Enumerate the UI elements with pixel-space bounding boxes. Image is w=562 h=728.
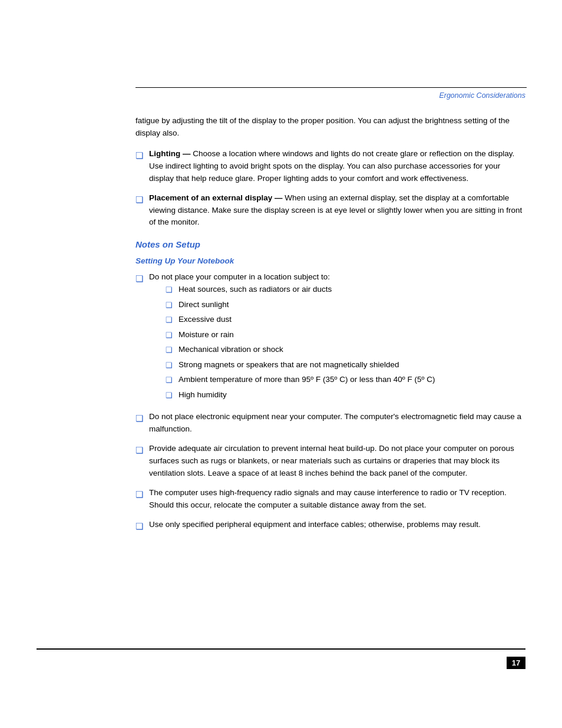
bullet-icon: ❏ [166,314,173,326]
bullet-icon: ❏ [135,272,143,285]
list-item: ❏ Do not place electronic equipment near… [135,411,525,436]
nested-list: ❏ Heat sources, such as radiators or air… [166,284,525,401]
list-item: ❏ Mechanical vibration or shock [166,344,525,356]
nested-item-text: High humidity [178,389,227,401]
setting-up-notebook-subheading: Setting Up Your Notebook [135,256,525,265]
content-area: fatigue by adjusting the tilt of the dis… [135,115,525,541]
nested-item-text: Heat sources, such as radiators or air d… [178,284,332,295]
list-item: ❏ Placement of an external display — Whe… [135,192,525,229]
bullet-text: Lighting — Choose a location where windo… [149,148,525,185]
bullet-icon: ❏ [166,374,173,386]
bullet-icon: ❏ [166,284,173,296]
bullet-text: Placement of an external display — When … [149,192,525,229]
notes-bullet-list: ❏ Do not place your computer in a locati… [135,271,525,533]
nested-item-text: Strong magnets or speakers that are not … [178,359,399,371]
list-item: ❏ Heat sources, such as radiators or air… [166,284,525,296]
bullet-icon: ❏ [135,193,143,206]
bullet-text: Use only specified peripheral equipment … [149,519,525,531]
bullet-icon: ❏ [166,390,173,401]
bullet-text: Provide adequate air circulation to prev… [149,443,525,480]
list-item: ❏ High humidity [166,389,525,401]
bullet-icon: ❏ [135,519,143,533]
bullet-icon: ❏ [135,443,143,457]
page-number: 17 [507,657,525,669]
bullet-icon: ❏ [166,330,173,341]
bullet-label: Lighting — [149,149,190,158]
bottom-rule [37,648,525,650]
nested-item-text: Excessive dust [178,314,232,325]
nested-item-text: Mechanical vibration or shock [178,344,283,355]
list-item: ❏ Lighting — Choose a location where win… [135,148,525,185]
list-item: ❏ Provide adequate air circulation to pr… [135,443,525,480]
list-item: ❏ Do not place your computer in a locati… [135,271,525,404]
bullet-icon: ❏ [135,149,143,162]
nested-item-text: Direct sunlight [178,299,229,311]
bullet-text: Do not place electronic equipment near y… [149,411,525,436]
nested-item-text: Moisture or rain [178,329,234,341]
list-item: ❏ Use only specified peripheral equipmen… [135,519,525,533]
bullet-text: The computer uses high-frequency radio s… [149,487,525,512]
page: Ergonomic Considerations fatigue by adju… [0,0,562,728]
top-bullet-text: Do not place your computer in a location… [149,272,330,281]
list-item: ❏ Ambient temperature of more than 95º F… [166,374,525,386]
bullet-label: Placement of an external display — [149,193,283,202]
intro-paragraph: fatigue by adjusting the tilt of the dis… [135,115,525,140]
list-item: ❏ Direct sunlight [166,299,525,311]
bullet-icon: ❏ [166,360,173,371]
list-item: ❏ Moisture or rain [166,329,525,341]
main-bullet-list: ❏ Lighting — Choose a location where win… [135,148,525,229]
list-item: ❏ Strong magnets or speakers that are no… [166,359,525,371]
notes-on-setup-heading: Notes on Setup [135,239,525,249]
chapter-title: Ergonomic Considerations [439,91,525,100]
bullet-text: Do not place your computer in a location… [149,271,525,404]
bullet-icon: ❏ [166,299,173,311]
list-item: ❏ Excessive dust [166,314,525,326]
bullet-icon: ❏ [166,344,173,356]
bullet-icon: ❏ [135,411,143,425]
list-item: ❏ The computer uses high-frequency radio… [135,487,525,512]
nested-item-text: Ambient temperature of more than 95º F (… [178,374,435,386]
bullet-icon: ❏ [135,487,143,501]
top-rule [135,87,527,88]
